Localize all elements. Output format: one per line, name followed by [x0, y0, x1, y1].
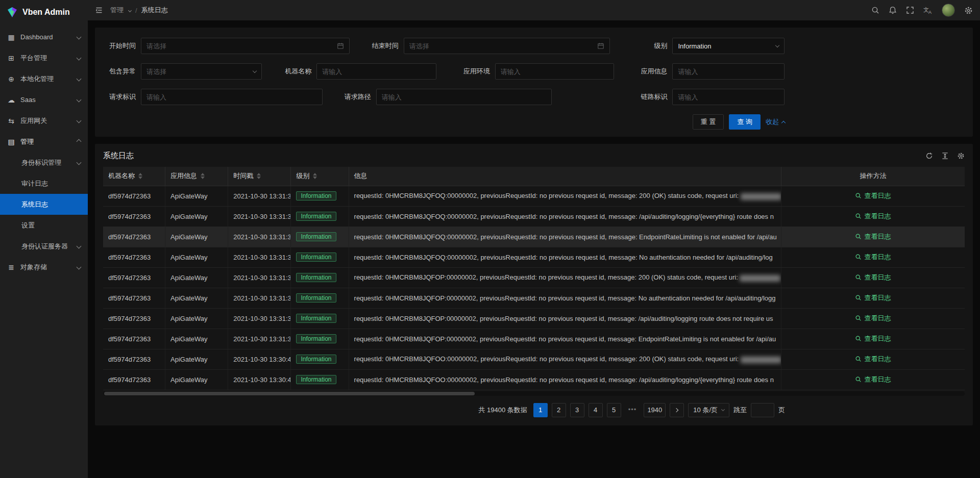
machine-name-input[interactable]	[322, 68, 431, 76]
user-avatar[interactable]	[942, 4, 955, 17]
app-root: Vben Admin ▦ Dashboard ⊞ 平台管理 ⊕ 本地化管理 ☁ …	[0, 0, 980, 478]
include-exception-value[interactable]	[146, 68, 249, 76]
logo[interactable]: Vben Admin	[0, 0, 88, 24]
fullscreen-icon[interactable]	[906, 6, 914, 14]
sidebar-item-dashboard[interactable]: ▦ Dashboard	[0, 27, 88, 47]
sort-carets-icon[interactable]	[313, 173, 317, 179]
column-header-timestamp[interactable]: 时间戳	[228, 167, 291, 186]
app-info-field[interactable]	[672, 63, 785, 80]
pagination-total: 共 19400 条数据	[478, 406, 527, 415]
request-path-field[interactable]	[376, 89, 552, 105]
next-page-button[interactable]	[670, 403, 684, 417]
chevron-down-icon	[128, 8, 132, 12]
app-env-input[interactable]	[501, 68, 608, 76]
sidebar-item-settings[interactable]: 设置	[0, 215, 88, 236]
bell-icon[interactable]	[889, 6, 897, 14]
management-icon: ▤	[7, 138, 15, 146]
sidebar-item-saas[interactable]: ☁ Saas	[0, 89, 88, 110]
page-size-select[interactable]: 10 条/页	[688, 403, 729, 417]
view-log-link[interactable]: 查看日志	[855, 355, 891, 364]
table-row: df5974d72363 ApiGateWay 2021-10-30 13:31…	[103, 227, 965, 247]
page-button[interactable]: 1940	[644, 403, 666, 417]
sidebar-item-identity-management[interactable]: 身份标识管理	[0, 152, 88, 173]
sidebar-item-system-logs[interactable]: 系统日志	[0, 194, 88, 215]
table-title: 系统日志	[103, 151, 134, 161]
end-time-input[interactable]	[409, 42, 593, 50]
search-icon[interactable]	[871, 6, 879, 14]
page-button[interactable]: 4	[589, 403, 603, 417]
reset-button[interactable]: 重 置	[693, 114, 724, 130]
chevron-up-icon	[781, 121, 786, 125]
view-log-link[interactable]: 查看日志	[855, 191, 891, 200]
sidebar-item-object-storage[interactable]: ≣ 对象存储	[0, 257, 88, 278]
app-env-field[interactable]	[495, 63, 614, 80]
view-log-link[interactable]: 查看日志	[855, 212, 891, 221]
start-time-field[interactable]	[141, 38, 350, 54]
sidebar-item-auth-server[interactable]: 身份认证服务器	[0, 236, 88, 257]
include-exception-label: 包含异常	[103, 67, 136, 76]
chevron-down-icon	[77, 97, 82, 103]
translate-icon[interactable]: 文 A	[923, 6, 933, 14]
query-button[interactable]: 查 询	[729, 114, 761, 130]
table-row: df5974d72363 ApiGateWay 2021-10-30 13:31…	[103, 186, 965, 206]
page-button[interactable]: 3	[570, 403, 584, 417]
table-row: df5974d72363 ApiGateWay 2021-10-30 13:31…	[103, 206, 965, 227]
gear-icon[interactable]	[964, 6, 973, 15]
sidebar-item-platform-management[interactable]: ⊞ 平台管理	[0, 47, 88, 68]
level-badge: Information	[296, 191, 336, 200]
row-height-icon[interactable]	[941, 152, 949, 160]
redacted-text	[741, 193, 781, 200]
pagination-ellipsis[interactable]: •••	[625, 403, 640, 417]
request-id-field[interactable]	[141, 89, 323, 105]
collapse-link[interactable]: 收起	[766, 117, 785, 127]
sort-carets-icon[interactable]	[138, 173, 142, 179]
sort-carets-icon[interactable]	[201, 173, 205, 179]
storage-icon: ≣	[7, 263, 15, 271]
level-badge: Information	[296, 232, 336, 241]
page-button[interactable]: 5	[607, 403, 621, 417]
level-select-value[interactable]	[678, 42, 772, 50]
machine-name-field[interactable]	[316, 63, 436, 80]
request-id-label: 请求标识	[103, 92, 136, 102]
end-time-field[interactable]	[404, 38, 610, 54]
page-button[interactable]: 1	[533, 403, 548, 417]
app-info-input[interactable]	[678, 68, 779, 76]
sidebar-item-management[interactable]: ▤ 管理	[0, 131, 88, 152]
breadcrumb-separator: /	[135, 7, 137, 14]
column-header-message: 信息	[349, 167, 781, 186]
view-log-link[interactable]: 查看日志	[855, 232, 891, 241]
breadcrumb-management[interactable]: 管理	[110, 6, 124, 15]
sidebar-item-app-gateway[interactable]: ⇆ 应用网关	[0, 110, 88, 131]
view-log-link[interactable]: 查看日志	[855, 314, 891, 323]
column-header-machine[interactable]: 机器名称	[103, 167, 165, 186]
include-exception-select[interactable]	[141, 63, 262, 80]
trace-id-input[interactable]	[678, 93, 779, 101]
level-select[interactable]	[672, 38, 785, 54]
horizontal-scrollbar[interactable]	[103, 391, 965, 396]
scrollbar-thumb[interactable]	[104, 392, 475, 395]
request-id-input[interactable]	[146, 93, 317, 101]
column-header-level[interactable]: 级别	[291, 167, 349, 186]
page-button[interactable]: 2	[552, 403, 566, 417]
menu-fold-icon[interactable]	[95, 6, 103, 14]
table-header-row: 机器名称 应用信息 时间戳	[103, 167, 965, 186]
view-log-link[interactable]: 查看日志	[855, 253, 891, 262]
sidebar-item-audit-logs[interactable]: 审计日志	[0, 173, 88, 194]
page-jump-input[interactable]	[751, 403, 774, 417]
app-title: Vben Admin	[22, 8, 70, 17]
request-path-input[interactable]	[382, 93, 547, 101]
view-log-link[interactable]: 查看日志	[855, 293, 891, 303]
chevron-down-icon	[77, 265, 82, 270]
page-content: 开始时间 结束时间	[88, 20, 980, 478]
trace-id-field[interactable]	[672, 89, 785, 105]
sidebar-item-localization[interactable]: ⊕ 本地化管理	[0, 68, 88, 89]
column-header-app-info[interactable]: 应用信息	[165, 167, 228, 186]
start-time-input[interactable]	[146, 42, 333, 50]
system-logs-table: 机器名称 应用信息 时间戳	[103, 167, 965, 390]
column-settings-icon[interactable]	[957, 152, 965, 160]
refresh-icon[interactable]	[925, 152, 933, 160]
view-log-link[interactable]: 查看日志	[855, 273, 891, 282]
view-log-link[interactable]: 查看日志	[855, 334, 891, 343]
view-log-link[interactable]: 查看日志	[855, 375, 891, 384]
sort-carets-icon[interactable]	[257, 173, 261, 179]
